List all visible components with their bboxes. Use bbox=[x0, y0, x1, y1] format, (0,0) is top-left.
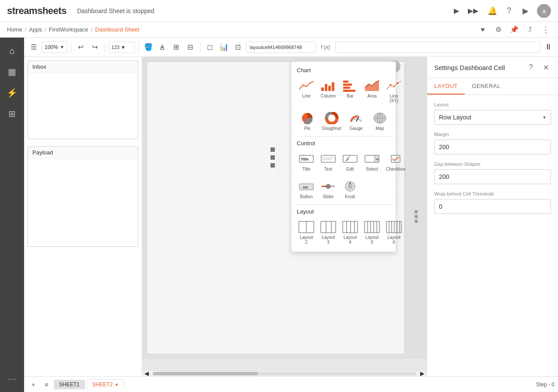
control-edit[interactable]: Edit bbox=[340, 151, 360, 173]
plugin-icon[interactable]: ⚙ bbox=[493, 24, 504, 35]
chart-pie[interactable]: Pie bbox=[297, 110, 318, 133]
presentation-icon[interactable]: ▶ bbox=[520, 6, 531, 16]
sheet-area[interactable]: + ◀ ▶ Chart bbox=[142, 57, 427, 376]
layout-select[interactable]: Row Layout Column Layout Grid Layout bbox=[434, 110, 551, 125]
sheet-tab-2-arrow[interactable]: ▼ bbox=[114, 382, 119, 387]
right-settings-panel: Settings Dashboard Cell ? ✕ LAYOUT GENER… bbox=[427, 57, 558, 376]
drag-handles bbox=[270, 147, 275, 168]
cell-input[interactable]: 123 ▼ bbox=[109, 42, 135, 53]
payload-body bbox=[28, 159, 138, 246]
chart-column[interactable]: Column bbox=[319, 78, 338, 105]
linexy-chart-icon bbox=[386, 80, 402, 92]
control-button[interactable]: OK Button bbox=[297, 178, 316, 201]
scroll-right[interactable] bbox=[414, 210, 418, 223]
chart-area[interactable]: Area bbox=[362, 78, 382, 105]
margin-field-label: Margin bbox=[434, 132, 551, 137]
text-color-btn[interactable]: A bbox=[156, 41, 168, 53]
dashboard-btn[interactable]: ⊡ bbox=[232, 41, 244, 53]
scroll-left-btn[interactable]: ◀ bbox=[142, 371, 151, 376]
layout-2[interactable]: Layout 2 bbox=[297, 219, 316, 246]
drag-handle-3[interactable] bbox=[270, 163, 275, 168]
skip-end-button[interactable]: ▶▶ bbox=[468, 6, 478, 16]
breadcrumb-workspace[interactable]: FirstWorkspace bbox=[49, 26, 88, 33]
chart-bar[interactable]: Bar bbox=[340, 78, 360, 105]
breadcrumb-apps[interactable]: Apps bbox=[29, 26, 42, 33]
pin-icon[interactable]: 📌 bbox=[509, 24, 519, 35]
notification-icon[interactable]: 🔔 bbox=[487, 6, 498, 16]
control-text[interactable]: Text bbox=[319, 151, 338, 173]
app-logo[interactable]: streamsheets bbox=[7, 5, 67, 17]
more-icon[interactable]: ⋮ bbox=[540, 24, 551, 35]
tab-layout[interactable]: LAYOUT bbox=[427, 78, 465, 94]
toolbar-menu-btn[interactable]: ☰ bbox=[28, 41, 40, 53]
control-select[interactable]: Select bbox=[362, 151, 382, 173]
formula-input[interactable] bbox=[335, 42, 540, 53]
sheet-tab-1[interactable]: SHEET1 bbox=[54, 380, 85, 389]
right-panel-close[interactable]: ✕ bbox=[540, 62, 551, 73]
control-knob[interactable]: Knob bbox=[340, 178, 360, 201]
chart-doughnut[interactable]: Doughnut bbox=[320, 110, 343, 133]
undo-btn[interactable]: ↩ bbox=[75, 41, 87, 53]
control-items: Title Title Text bbox=[297, 151, 390, 173]
fill-color-btn[interactable]: 🪣 bbox=[142, 41, 154, 53]
zoom-select[interactable]: 100% ▼ bbox=[42, 42, 67, 53]
breadcrumb: Home / Apps / FirstWorkspace / Dashboard… bbox=[0, 22, 558, 38]
sidebar-item-home[interactable]: ⌂ bbox=[3, 41, 22, 60]
sheet-status: Dashboard Sheet is stopped bbox=[77, 7, 451, 14]
pause-btn[interactable]: ⏸ bbox=[542, 41, 554, 53]
map-chart-icon bbox=[372, 112, 388, 124]
table-alt-btn[interactable]: ⊟ bbox=[184, 41, 197, 53]
svg-rect-1 bbox=[321, 88, 324, 91]
table-btn[interactable]: ⊞ bbox=[170, 41, 182, 53]
chart-section-title: Chart bbox=[297, 67, 390, 74]
gap-field-label: Gap between Shapes bbox=[434, 161, 551, 167]
control-text-label: Text bbox=[324, 167, 332, 172]
right-panel-tabs: LAYOUT GENERAL bbox=[427, 78, 558, 95]
chart-btn[interactable]: 📊 bbox=[218, 41, 230, 53]
svg-rect-44 bbox=[343, 221, 358, 233]
layout-6[interactable]: Layout 6 bbox=[384, 219, 404, 246]
scroll-right-btn[interactable]: ▶ bbox=[418, 371, 427, 376]
share-icon[interactable]: ⤴ bbox=[525, 24, 535, 35]
help-icon[interactable]: ? bbox=[504, 6, 514, 16]
avatar[interactable]: a bbox=[537, 4, 551, 18]
breadcrumb-current: Dashboard Sheet bbox=[95, 26, 139, 33]
favorite-icon[interactable]: ♥ bbox=[477, 24, 488, 35]
layout-5[interactable]: Layout 5 bbox=[362, 219, 382, 246]
breadcrumb-sep1: / bbox=[25, 26, 27, 33]
play-button[interactable]: ▶ bbox=[451, 6, 462, 16]
chart-linexy[interactable]: Line (XY) bbox=[384, 78, 404, 105]
svg-rect-6 bbox=[343, 84, 352, 86]
layout-4[interactable]: Layout 4 bbox=[340, 219, 360, 246]
add-sheet-btn[interactable]: + bbox=[28, 379, 39, 390]
breadcrumb-home[interactable]: Home bbox=[7, 26, 22, 33]
svg-text:OK: OK bbox=[303, 186, 308, 189]
popup-panel: Chart Line bbox=[291, 61, 396, 252]
control-checkbox[interactable]: Checkbox bbox=[384, 151, 407, 173]
margin-input[interactable] bbox=[434, 140, 551, 154]
layout5-icon bbox=[364, 221, 380, 233]
sidebar-item-more[interactable]: ⋯ bbox=[3, 369, 22, 388]
svg-rect-5 bbox=[343, 80, 348, 83]
drag-handle-2[interactable] bbox=[270, 155, 275, 160]
redo-btn[interactable]: ↪ bbox=[89, 41, 101, 53]
control-slider[interactable]: Slider bbox=[319, 178, 338, 201]
tab-general[interactable]: GENERAL bbox=[465, 78, 508, 94]
sidebar-item-apps[interactable]: ⊞ bbox=[3, 104, 22, 123]
layout-field-group: Layout Row Layout Column Layout Grid Lay… bbox=[434, 102, 551, 125]
sheet-list-btn[interactable]: ≡ bbox=[41, 379, 52, 390]
sidebar-item-dashboard[interactable]: ▦ bbox=[3, 62, 22, 81]
chart-line[interactable]: Line bbox=[297, 78, 316, 105]
sidebar-item-connect[interactable]: ⚡ bbox=[3, 83, 22, 102]
drag-handle-1[interactable] bbox=[270, 147, 275, 152]
gap-input[interactable] bbox=[434, 169, 551, 184]
wrap-input[interactable] bbox=[434, 199, 551, 214]
control-title[interactable]: Title Title bbox=[297, 151, 316, 173]
chart-map[interactable]: Map bbox=[369, 110, 390, 133]
right-panel-help[interactable]: ? bbox=[526, 62, 536, 73]
shape-btn[interactable]: ◻ bbox=[204, 41, 216, 53]
layout-3[interactable]: Layout 3 bbox=[319, 219, 338, 246]
chart-gauge[interactable]: Gauge bbox=[346, 110, 367, 133]
horizontal-scrollbar[interactable]: ◀ ▶ bbox=[142, 370, 427, 376]
sheet-tab-2[interactable]: SHEET2 ▼ bbox=[87, 379, 125, 389]
